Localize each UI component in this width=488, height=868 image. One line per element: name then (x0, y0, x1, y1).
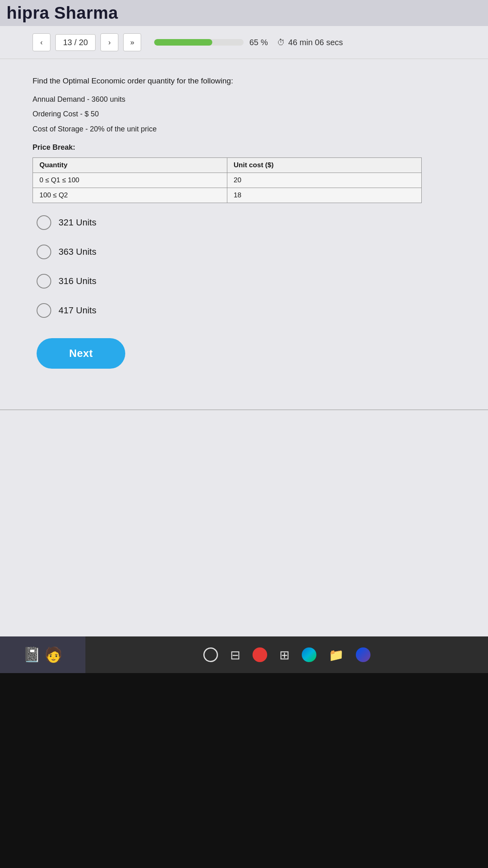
table-row: 0 ≤ Q1 ≤ 100 20 (33, 173, 422, 188)
table-header-quantity: Quantity (33, 157, 227, 173)
header-title: hipra Sharma (7, 3, 118, 23)
opera-icon[interactable] (253, 647, 267, 662)
table-cell-cost-1: 20 (227, 173, 421, 188)
progress-container: 65 % (154, 38, 268, 47)
param-ordering: Ordering Cost - $ 50 (33, 108, 455, 120)
radio-inner-1 (40, 219, 48, 226)
option-label-3: 316 Units (59, 276, 96, 286)
option-1[interactable]: 321 Units (37, 215, 455, 230)
table-header-unit-cost: Unit cost ($) (227, 157, 421, 173)
taskbar: 📓 🧑 ⊟ ⊞ 📁 (0, 636, 488, 673)
windows-icon[interactable]: ⊞ (279, 648, 290, 662)
radio-outer-4 (37, 303, 51, 318)
param-demand: Annual Demand - 3600 units (33, 94, 455, 105)
folder-icon[interactable]: 📁 (329, 648, 344, 662)
option-label-2: 363 Units (59, 247, 96, 257)
table-cell-qty-1: 0 ≤ Q1 ≤ 100 (33, 173, 227, 188)
radio-outer-2 (37, 245, 51, 259)
edge-icon[interactable] (302, 647, 316, 662)
question-text: Find the Optimal Economic order quantity… (33, 75, 455, 87)
search-circle-icon[interactable] (203, 647, 218, 662)
nav-bar: ‹ 13 / 20 › » 65 % ⏱ 46 min 06 secs (0, 26, 488, 59)
radio-inner-3 (40, 278, 48, 285)
progress-bar-bg (154, 39, 244, 46)
header-bar: hipra Sharma (0, 0, 488, 26)
option-2[interactable]: 363 Units (37, 245, 455, 259)
next-nav-button[interactable]: › (100, 33, 118, 51)
option-4[interactable]: 417 Units (37, 303, 455, 318)
radio-inner-2 (40, 248, 48, 256)
price-break-label: Price Break: (33, 142, 455, 153)
prev-button[interactable]: ‹ (33, 33, 50, 51)
table-cell-qty-2: 100 ≤ Q2 (33, 188, 227, 203)
page-indicator: 13 / 20 (55, 34, 96, 51)
taskbar-center: ⊟ ⊞ 📁 (85, 647, 488, 662)
table-cell-cost-2: 18 (227, 188, 421, 203)
user-avatar-icon: 🧑 (44, 646, 63, 663)
radio-outer-3 (37, 274, 51, 289)
notebook-icon: 📓 (23, 646, 41, 663)
taskview-icon[interactable]: ⊟ (230, 648, 240, 662)
price-table: Quantity Unit cost ($) 0 ≤ Q1 ≤ 100 20 1… (33, 157, 422, 203)
option-3[interactable]: 316 Units (37, 274, 455, 289)
cortana-icon[interactable] (356, 647, 370, 662)
taskbar-left-area: 📓 🧑 (0, 636, 85, 673)
clock-icon: ⏱ (277, 38, 285, 47)
radio-outer-1 (37, 215, 51, 230)
option-label-1: 321 Units (59, 217, 96, 228)
progress-percent: 65 % (249, 38, 268, 47)
table-row: 100 ≤ Q2 18 (33, 188, 422, 203)
next-btn-container: Next (33, 338, 455, 369)
timer-text: 46 min 06 secs (288, 38, 343, 47)
skip-button[interactable]: » (123, 33, 141, 51)
bottom-divider (0, 409, 488, 410)
options-container: 321 Units 363 Units 316 Units 417 Units (33, 215, 455, 318)
question-area: Find the Optimal Economic order quantity… (0, 59, 488, 385)
dark-area (0, 673, 488, 868)
param-storage: Cost of Storage - 20% of the unit price (33, 123, 455, 135)
next-button[interactable]: Next (37, 338, 125, 369)
option-label-4: 417 Units (59, 305, 96, 316)
timer-container: ⏱ 46 min 06 secs (277, 38, 343, 47)
progress-bar-fill (154, 39, 212, 46)
main-content: ‹ 13 / 20 › » 65 % ⏱ 46 min 06 secs Find… (0, 26, 488, 636)
radio-inner-4 (40, 307, 48, 314)
